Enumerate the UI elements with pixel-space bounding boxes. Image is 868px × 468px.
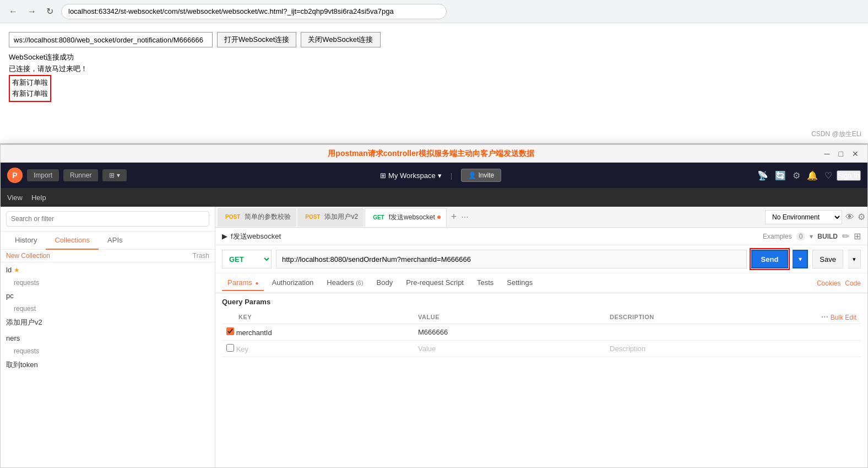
sidebar: History Collections APIs New Collection …: [1, 207, 215, 467]
settings-icon[interactable]: ⚙: [793, 170, 800, 181]
url-bar: GET POST PUT DELETE Send ▾ Save ▾: [215, 245, 867, 273]
sidebar-item-label-ners: ners: [6, 334, 20, 342]
sidebar-item-ld[interactable]: ld ★: [1, 262, 215, 277]
postman-menu-bar: View Help: [1, 188, 867, 207]
request-actions: Cookies Code: [817, 279, 861, 287]
sidebar-sub-ners[interactable]: requests: [1, 346, 215, 357]
workspace-chevron: ▾: [438, 171, 442, 180]
radio-icon[interactable]: 📡: [757, 170, 768, 181]
param-checkbox-empty[interactable]: [226, 344, 234, 352]
col-desc-header: DESCRIPTION: [605, 310, 797, 324]
req-tab-prerequest-label: Pre-request Script: [406, 278, 464, 287]
workspace-button[interactable]: ⊞ My Workspace ▾: [380, 171, 442, 180]
tab-apis[interactable]: APIs: [99, 232, 131, 250]
tab-label-1: 简单的参数校验: [245, 212, 291, 222]
postman-topbar: P Import Runner ⊞ ▾ ⊞ My Workspace ▾ | 👤…: [1, 163, 867, 188]
sidebar-item-token[interactable]: 取到token: [1, 357, 215, 373]
new-collection-button[interactable]: New Collection: [6, 252, 50, 260]
param-key-placeholder[interactable]: Key: [236, 345, 248, 353]
add-tab-button[interactable]: +: [448, 211, 460, 223]
ws-input-row: 打开WebSocket连接 关闭WebSocket连接: [9, 32, 859, 47]
tab-post-adduser[interactable]: POST 添加用户v2: [297, 208, 364, 227]
ws-url-input[interactable]: [9, 32, 213, 47]
tab-get-websocket[interactable]: GET f发送websocket: [365, 208, 447, 227]
req-tab-headers[interactable]: Headers (6): [321, 275, 368, 291]
param-value-placeholder[interactable]: Value: [418, 345, 436, 353]
req-tab-tests[interactable]: Tests: [471, 275, 499, 291]
method-select[interactable]: GET POST PUT DELETE: [222, 250, 272, 268]
layout-button[interactable]: ⊞ ▾: [102, 169, 126, 181]
table-row-empty: Key Value Description: [222, 341, 861, 357]
sync-icon[interactable]: 🔄: [775, 170, 786, 181]
environment-select[interactable]: No Environment: [765, 210, 842, 224]
refresh-button[interactable]: ↻: [44, 4, 56, 19]
sidebar-sub-pc[interactable]: request: [1, 303, 215, 314]
heart-icon[interactable]: ♡: [824, 170, 832, 181]
address-bar[interactable]: [61, 4, 447, 19]
sidebar-sub-ld[interactable]: requests: [1, 277, 215, 288]
back-button[interactable]: ←: [7, 4, 20, 19]
tab-history[interactable]: History: [6, 232, 46, 250]
minimize-button[interactable]: ─: [822, 148, 832, 159]
bulk-edit-button[interactable]: Bulk Edit: [831, 314, 856, 321]
more-tabs-button[interactable]: ···: [461, 212, 468, 222]
send-button[interactable]: Send: [751, 250, 789, 268]
examples-dropdown[interactable]: ▾: [810, 233, 813, 240]
method-get-badge: GET: [371, 214, 387, 221]
param-key-merchantid[interactable]: merchantId: [236, 329, 272, 337]
runner-button[interactable]: Runner: [63, 169, 98, 181]
ws-open-button[interactable]: 打开WebSocket连接: [217, 32, 296, 47]
bell-icon[interactable]: 🔔: [807, 170, 818, 181]
req-tab-authorization[interactable]: Authorization: [266, 275, 319, 291]
param-desc-empty-cell: Description: [605, 341, 797, 357]
sidebar-item-pc[interactable]: pc: [1, 288, 215, 303]
filter-icon[interactable]: ⚙: [858, 212, 865, 222]
tab-label-2: 添加用户v2: [324, 212, 358, 222]
import-button[interactable]: Import: [27, 169, 59, 181]
signin-button[interactable]: Sign In: [837, 170, 861, 181]
layout2-icon[interactable]: ⊞: [854, 231, 861, 241]
method-post-badge-2: POST: [303, 213, 322, 220]
postman-window: 用postman请求controller模拟服务端主动向客户端发送数据 ─ □ …: [0, 144, 868, 468]
workspace-icon: ⊞: [380, 171, 386, 180]
edit-icon[interactable]: ✏: [842, 231, 849, 241]
examples-label: Examples: [763, 233, 792, 240]
req-tab-body[interactable]: Body: [371, 275, 399, 291]
code-button[interactable]: Code: [845, 279, 861, 287]
build-button[interactable]: BUILD: [817, 233, 838, 240]
param-value-merchantid[interactable]: M666666: [418, 328, 448, 336]
trash-button[interactable]: Trash: [193, 252, 209, 260]
browser-bar: ← → ↻: [0, 0, 868, 23]
request-sub-tabs: Params ● Authorization Headers (6) Body …: [215, 273, 867, 293]
invite-button[interactable]: 👤 Invite: [461, 169, 501, 182]
forward-button[interactable]: →: [25, 4, 39, 19]
maximize-button[interactable]: □: [837, 148, 845, 159]
examples-row: Examples 0 ▾ BUILD ✏ ⊞: [763, 231, 861, 241]
more-dots-icon[interactable]: ···: [821, 313, 828, 321]
save-dropdown[interactable]: ▾: [848, 250, 861, 268]
save-button[interactable]: Save: [812, 250, 843, 268]
close-button[interactable]: ✕: [850, 148, 861, 159]
param-checkbox-merchantid[interactable]: [226, 327, 234, 335]
req-tab-prerequest[interactable]: Pre-request Script: [400, 275, 469, 291]
col-more-header: ··· Bulk Edit: [797, 310, 861, 324]
col-value-header: VALUE: [414, 310, 605, 324]
req-tab-settings[interactable]: Settings: [501, 275, 538, 291]
req-tab-params[interactable]: Params ●: [222, 275, 264, 291]
tab-collections[interactable]: Collections: [46, 232, 99, 250]
menu-view[interactable]: View: [7, 193, 23, 202]
ws-close-button[interactable]: 关闭WebSocket连接: [301, 32, 380, 47]
param-desc-placeholder: Description: [610, 345, 645, 353]
sidebar-tabs: History Collections APIs: [1, 232, 215, 250]
sidebar-item-ners[interactable]: ners: [1, 331, 215, 346]
send-dropdown[interactable]: ▾: [793, 250, 808, 268]
ws-line3: 有新订单啦: [12, 77, 48, 89]
sidebar-search-input[interactable]: [6, 211, 209, 227]
eye-icon[interactable]: 👁: [845, 212, 854, 222]
menu-help[interactable]: Help: [31, 193, 46, 202]
cookies-button[interactable]: Cookies: [817, 279, 840, 287]
sidebar-item-adduser[interactable]: 添加用户v2: [1, 314, 215, 331]
tab-post-params[interactable]: POST 简单的参数校验: [218, 208, 296, 227]
req-tab-body-label: Body: [377, 278, 393, 287]
url-input[interactable]: [276, 250, 747, 268]
